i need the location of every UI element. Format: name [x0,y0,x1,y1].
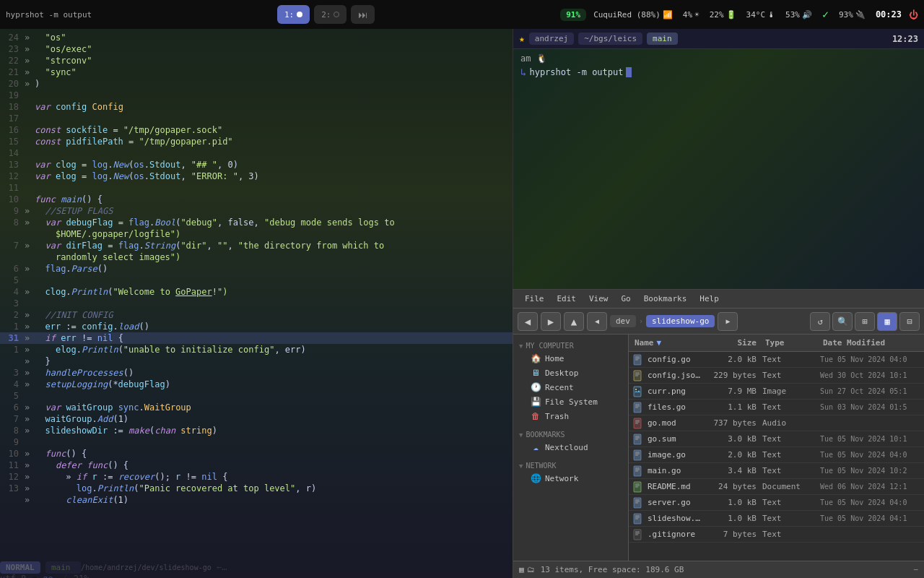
code-line-7b: randomly select images") [0,251,513,263]
workspace-1[interactable]: 1: [277,5,310,24]
fm-view-icons-btn[interactable]: ⊞ [855,312,875,331]
fm-view-compact-btn[interactable]: ⊟ [899,312,920,331]
power-button[interactable]: ⏻ [909,9,918,20]
sidebar-item-home[interactable]: 🏠 Home [516,351,625,366]
backlight-val: 22% [710,10,724,20]
file-row-slideshow-go[interactable]: slideshow.go 1.0 kB Text Tue 05 Nov 2024… [629,511,924,527]
fm-back-btn[interactable]: ◀ [518,312,538,331]
code-line-11b: 11 » defer func() { [0,460,513,471]
fm-statusbar: ▦ 🗂 13 items, Free space: 189.6 GB − [513,561,924,578]
sidebar-item-nextcloud[interactable]: ☁ Nextcloud [516,440,625,454]
file-type-image-go: Text [762,450,820,460]
file-row-config-jsonc[interactable]: config.jsonc 229 bytes Text Wed 30 Oct 2… [629,368,924,384]
fm-menu-bookmarks[interactable]: Bookmarks [638,293,693,305]
ws1-label: 1: [284,10,294,20]
temp-icon: 🌡 [767,10,775,20]
fm-search-btn[interactable]: 🔍 [832,312,853,331]
fm-menu-view[interactable]: View [583,293,614,305]
ws2-label: 2: [321,10,331,20]
fm-zoom-out[interactable]: − [913,565,918,574]
file-date-go-sum: Tue 05 Nov 2024 10:1 [820,435,921,443]
audio-val: 53% [785,10,800,20]
term-path-tag[interactable]: ~/bgs/leics [578,33,642,45]
col-type-header[interactable]: Type [762,338,820,348]
file-type-files-go: Text [762,402,820,412]
fm-up-btn[interactable]: ▲ [564,312,584,331]
col-name-header[interactable]: Name ▼ [632,338,705,348]
sidebar-item-network[interactable]: 🌐 Network [516,471,625,486]
col-date-header[interactable]: Date Modified [820,338,921,348]
fm-section-computer[interactable]: ▼ My Computer [513,339,628,351]
file-row-go-sum[interactable]: go.sum 3.0 kB Text Tue 05 Nov 2024 10:1 [629,431,924,447]
fm-view-icon-grid[interactable]: ▦ [519,565,524,574]
fm-forward-btn[interactable]: ▶ [541,312,561,331]
sun-icon: ☀ [694,10,699,20]
trash-icon: 🗑 [531,411,541,421]
check-icon: ✓ [822,8,829,21]
fm-section-bookmarks[interactable]: ▼ Bookmarks [513,428,628,440]
code-editor[interactable]: 24 » "os" 23 » "os/exec" 22 » "strconv" [0,29,513,578]
power-pct: 93% [839,10,853,20]
file-row-image-go[interactable]: image.go 2.0 kB Text Tue 05 Nov 2024 04:… [629,447,924,463]
fm-menu-help[interactable]: Help [694,293,725,305]
file-row-server-go[interactable]: server.go 1.0 kB Text Tue 05 Nov 2024 04… [629,495,924,511]
fm-status-right: − [913,565,918,574]
fm-filelist[interactable]: Name ▼ Size Type Date Modified config.go [629,335,924,561]
fm-next-btn[interactable]: ▶ [718,312,738,331]
fm-prev-btn[interactable]: ◀ [587,312,607,331]
fm-menu-edit[interactable]: Edit [552,293,583,305]
term-branch-tag[interactable]: main [647,33,678,45]
fm-path-slideshow[interactable]: slideshow-go [646,315,715,327]
file-size-go-sum: 3.0 kB [705,434,762,444]
sidebar-item-desktop[interactable]: 🖥 Desktop [516,366,625,380]
audio-icon: 🔊 [802,10,812,20]
term-user-tag[interactable]: andrzej [529,33,574,45]
file-row-curr-png[interactable]: curr.png 7.9 MB Image Sun 27 Oct 2024 05… [629,384,924,400]
section-label-network: Network [526,462,556,470]
file-row-gitignore[interactable]: .gitignore 7 bytes Text [629,527,924,543]
term-path-label: ~/bgs/leics [584,34,637,43]
sidebar-item-filesystem[interactable]: 💾 File System [516,394,625,409]
term-am-label: am 🐧 [520,53,547,64]
fm-menu-go[interactable]: Go [616,293,637,305]
fm-view-icon-list[interactable]: 🗂 [527,565,535,574]
code-line-9b: 9 [0,436,513,448]
code-line-12: 12 var elog = log.New(os.Stdout, "ERROR:… [0,171,513,182]
file-date-config-jsonc: Wed 30 Oct 2024 10:1 [820,371,921,379]
fm-menu-file[interactable]: File [519,293,550,305]
fm-body: ▼ My Computer 🏠 Home 🖥 Desktop 🕐 Recent [513,335,924,561]
file-row-config-go[interactable]: config.go 2.0 kB Text Tue 05 Nov 2024 04… [629,352,924,368]
fm-section-network[interactable]: ▼ Network [513,459,628,471]
fm-toolbar: ◀ ▶ ▲ ◀ dev › slideshow-go ▶ ↺ 🔍 ⊞ ▦ [513,309,924,335]
code-line-18: 18 var config Config [0,101,513,113]
workspace-2[interactable]: 2: [314,5,346,24]
term-star-icon: ★ [519,33,525,44]
home-label: Home [545,354,565,363]
brightness-val: 4% [683,10,692,20]
right-panel: ★ andrzej ~/bgs/leics main 12:23 [513,29,924,578]
fm-reload-btn[interactable]: ↺ [810,312,830,331]
file-date-main-go: Tue 05 Nov 2024 10:2 [820,467,921,475]
sidebar-item-recent[interactable]: 🕐 Recent [516,380,625,394]
fm-path-dev[interactable]: dev [610,315,636,327]
code-line-31-active: 31 » if err != nil { [0,332,513,344]
file-row-files-go[interactable]: files.go 1.1 kB Text Sun 03 Nov 2024 01:… [629,400,924,415]
fm-view-detail-btn[interactable]: ▦ [877,312,897,331]
file-row-go-mod[interactable]: go.mod 737 bytes Audio [629,415,924,431]
terminal-content: ★ andrzej ~/bgs/leics main 12:23 [513,29,924,82]
sidebar-item-trash[interactable]: 🗑 Trash [516,409,625,423]
temp-stat: 34°C 🌡 [744,10,779,20]
file-type-curr-png: Image [762,387,820,396]
temp-val: 34°C [746,10,766,20]
workspace-special[interactable]: ⏭ [351,5,375,24]
col-size-header[interactable]: Size [705,338,762,348]
file-type-go-mod: Audio [762,418,820,428]
file-row-main-go[interactable]: main.go 3.4 kB Text Tue 05 Nov 2024 10:2 [629,463,924,479]
file-date-slideshow-go: Tue 05 Nov 2024 04:1 [820,514,921,522]
battery-icon: 🔋 [726,10,736,20]
terminal[interactable]: ★ andrzej ~/bgs/leics main 12:23 [513,29,924,289]
file-row-readme[interactable]: README.md 24 bytes Document Wed 06 Nov 2… [629,479,924,495]
code-line-12b: 12 » » if r := recover(); r != nil { [0,471,513,483]
backlight-stat: 22% 🔋 [707,10,739,20]
topbar-label: hyprshot -m output [6,10,92,20]
